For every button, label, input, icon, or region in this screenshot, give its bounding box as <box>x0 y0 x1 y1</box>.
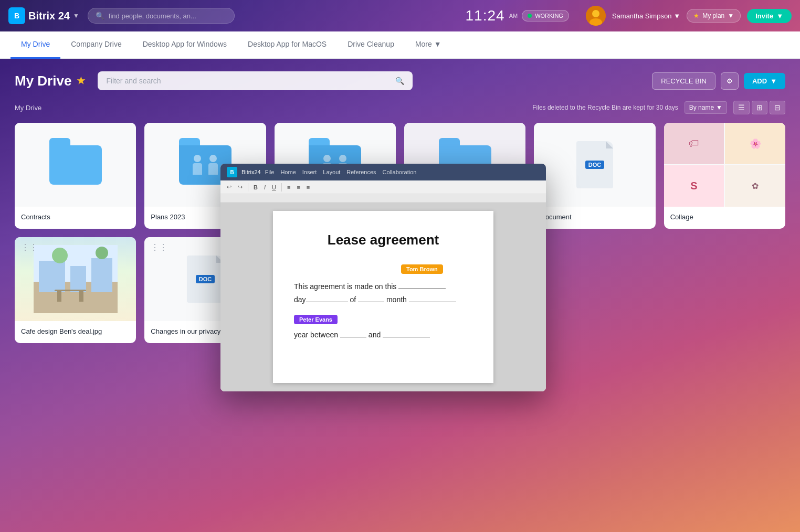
grid-view-button[interactable]: ⊞ <box>752 101 767 114</box>
folder-icon <box>49 145 102 185</box>
svg-rect-6 <box>70 266 86 292</box>
tab-my-drive[interactable]: My Drive <box>10 31 60 59</box>
card-name: Collage <box>670 213 693 221</box>
search-icon: 🔍 <box>96 12 104 20</box>
doc-title: Lease agreement <box>294 232 472 248</box>
avatar-image <box>586 6 606 26</box>
toolbar-bold[interactable]: B <box>251 183 260 191</box>
tab-desktop-windows[interactable]: Desktop App for Windows <box>132 31 237 59</box>
tab-drive-cleanup[interactable]: Drive Cleanup <box>337 31 405 59</box>
toolbar-undo[interactable]: ↩ <box>225 183 234 191</box>
filter-search-icon: 🔍 <box>395 77 404 85</box>
favorite-star-icon[interactable]: ★ <box>77 75 85 87</box>
page-header: My Drive ★ 🔍 RECYCLE BIN ⚙ ADD ▼ <box>15 71 785 90</box>
avatar[interactable] <box>586 6 606 26</box>
doc-body-text: This agreement is made on this day of mo… <box>294 280 472 306</box>
search-input[interactable] <box>109 12 227 20</box>
card-info-contracts: Contracts <box>15 207 136 229</box>
svg-point-11 <box>52 248 68 263</box>
toolbar-redo[interactable]: ↪ <box>236 183 245 191</box>
settings-button[interactable]: ⚙ <box>721 72 739 90</box>
toolbar-align-center[interactable]: ≡ <box>294 183 302 191</box>
sort-chevron-icon: ▼ <box>716 104 722 111</box>
user-name[interactable]: Samantha Simpson ▼ <box>612 12 680 20</box>
doc-badge: DOC <box>585 161 604 169</box>
tab-desktop-macos[interactable]: Desktop App for MacOS <box>237 31 337 59</box>
doc-body-text-2: year between and <box>294 328 472 342</box>
user-area: Samantha Simpson ▼ ★ My plan ▼ Invite ▼ <box>586 6 792 26</box>
svg-rect-5 <box>39 261 65 292</box>
popup-menu-home[interactable]: Home <box>280 169 296 175</box>
popup-menu-insert[interactable]: Insert <box>302 169 317 175</box>
popup-menu-references[interactable]: References <box>346 169 376 175</box>
popup-app-logo: B <box>227 167 237 177</box>
file-card-cafe[interactable]: ⋮⋮ <box>15 237 136 343</box>
working-badge[interactable]: WORKING <box>522 10 569 22</box>
popup-menu-layout[interactable]: Layout <box>323 169 340 175</box>
file-card-doc[interactable]: ⋮⋮ DOC Document <box>534 123 655 229</box>
popup-menu-file[interactable]: File <box>265 169 275 175</box>
toolbar-underline[interactable]: U <box>270 183 278 191</box>
doc-file-icon: DOC <box>187 256 224 303</box>
list-view-button[interactable]: ☰ <box>733 101 750 114</box>
breadcrumb[interactable]: My Drive <box>15 104 41 112</box>
image-collage: 🏷 🌸 S ✿ <box>664 123 785 207</box>
cafe-interior-svg <box>34 245 118 313</box>
recycle-info-text: Files deleted to the Recycle Bin are kep… <box>532 104 678 111</box>
breadcrumb-right: Files deleted to the Recycle Bin are kep… <box>532 101 785 114</box>
popup-app-name: Bitrix24 <box>241 169 261 175</box>
card-menu-icon[interactable]: ⋮⋮ <box>21 242 38 252</box>
main-content: My Drive ★ 🔍 RECYCLE BIN ⚙ ADD ▼ My Driv… <box>0 59 800 532</box>
clock-ampm: AM <box>509 13 518 19</box>
add-chevron-icon: ▼ <box>770 77 777 85</box>
filter-bar: 🔍 <box>98 71 413 90</box>
filter-search-input[interactable] <box>106 77 391 85</box>
popup-menu-collaboration[interactable]: Collaboration <box>383 169 417 175</box>
tab-more[interactable]: More ▼ <box>405 31 452 59</box>
document-popup: B Bitrix24 File Home Insert Layout Refer… <box>220 164 546 391</box>
popup-menu: File Home Insert Layout References Colla… <box>265 169 417 175</box>
clock-area: 11:24 AM WORKING <box>466 7 569 24</box>
working-indicator <box>528 14 532 18</box>
invite-button[interactable]: Invite ▼ <box>747 9 792 23</box>
breadcrumb-bar: My Drive Files deleted to the Recycle Bi… <box>15 101 785 114</box>
brand-icon: B <box>8 7 25 24</box>
sort-button[interactable]: By name ▼ <box>685 101 727 114</box>
tabs-bar: My Drive Company Drive Desktop App for W… <box>0 31 800 59</box>
global-search[interactable]: 🔍 <box>88 8 235 24</box>
popup-ruler <box>220 194 546 203</box>
user-dropdown-icon[interactable]: ▼ <box>673 12 680 20</box>
tab-company-drive[interactable]: Company Drive <box>60 31 132 59</box>
file-card-collage[interactable]: ⋮⋮ 🏷 🌸 S ✿ Coll <box>664 123 785 229</box>
toolbar-italic[interactable]: I <box>262 183 268 191</box>
doc-body: Tom Brown This agreement is made on this… <box>294 264 472 342</box>
file-card-contracts[interactable]: ⋮⋮ Contracts <box>15 123 136 229</box>
svg-point-1 <box>592 10 599 17</box>
recycle-bin-button[interactable]: RECYCLE BIN <box>652 72 715 90</box>
toolbar-align-left[interactable]: ≡ <box>285 183 292 191</box>
brand-dropdown-icon[interactable]: ▼ <box>73 12 79 19</box>
svg-rect-8 <box>55 290 86 291</box>
brand-name: Bitrix 24 <box>28 10 70 22</box>
svg-rect-10 <box>79 291 83 302</box>
large-grid-view-button[interactable]: ⊟ <box>770 101 785 114</box>
card-name: Plans 2023 <box>151 213 185 221</box>
my-plan-button[interactable]: ★ My plan ▼ <box>687 9 741 23</box>
comment-bubble-peter: Peter Evans <box>294 315 338 324</box>
card-info-doc: Document <box>534 207 655 229</box>
brand-logo[interactable]: B Bitrix 24 ▼ <box>8 7 79 24</box>
card-info-collage: Collage <box>664 207 785 229</box>
header-actions: RECYCLE BIN ⚙ ADD ▼ <box>652 72 785 90</box>
filter-input-wrapper: 🔍 <box>98 71 413 90</box>
svg-rect-9 <box>57 291 61 302</box>
card-info-cafe: Cafe design Ben's deal.jpg <box>15 321 136 343</box>
card-menu-icon[interactable]: ⋮⋮ <box>151 242 167 252</box>
comment-bubble-tom: Tom Brown <box>401 264 443 274</box>
popup-titlebar: B Bitrix24 File Home Insert Layout Refer… <box>220 164 546 180</box>
doc-badge: DOC <box>196 275 215 283</box>
svg-rect-7 <box>91 258 112 292</box>
add-button[interactable]: ADD ▼ <box>744 73 785 89</box>
doc-file-icon: DOC <box>576 141 613 188</box>
popup-toolbar: ↩ ↪ B I U ≡ ≡ ≡ <box>220 180 546 194</box>
toolbar-align-right[interactable]: ≡ <box>304 183 312 191</box>
